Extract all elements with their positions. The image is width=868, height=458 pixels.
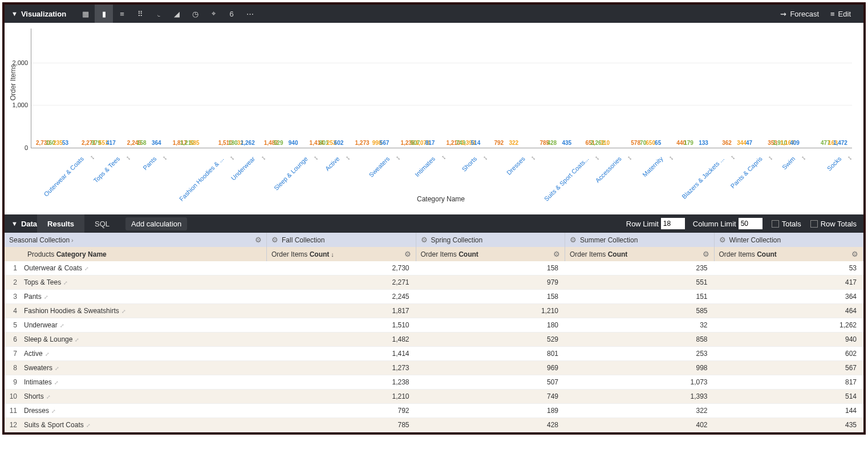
table-row[interactable]: 6Sleep & Lounge⤢1,482529858940 — [5, 333, 863, 347]
table-row[interactable]: 2Tops & Tees⤢2,271979551417 — [5, 275, 863, 290]
cell-value[interactable]: 158 — [416, 290, 566, 303]
tab-results[interactable]: Results — [37, 214, 84, 233]
cell-value[interactable]: 567 — [715, 361, 864, 375]
cell-value[interactable]: 364 — [715, 290, 864, 303]
timeline-chart-icon[interactable]: ◷ — [186, 5, 204, 23]
cell-value[interactable]: 435 — [715, 418, 864, 432]
cell-value[interactable]: 1,414 — [267, 347, 416, 360]
x-category-label[interactable]: Pants⤢ — [141, 155, 157, 171]
gear-icon[interactable]: ⚙ — [271, 236, 278, 244]
bar-chart-icon[interactable]: ≡ — [113, 5, 131, 23]
x-category-label[interactable]: Underwear⤢ — [230, 155, 257, 182]
forecast-button[interactable]: ⇝ Forecast — [774, 10, 825, 18]
table-row[interactable]: 5Underwear⤢1,510180321,262 — [5, 318, 863, 333]
cell-value[interactable]: 529 — [416, 333, 566, 346]
scatter-chart-icon[interactable]: ⠿ — [131, 5, 149, 23]
cell-value[interactable]: 158 — [416, 261, 566, 275]
gear-icon[interactable]: ⚙ — [719, 236, 726, 244]
x-category-label[interactable]: Active⤢ — [324, 155, 341, 172]
cell-value[interactable]: 969 — [416, 361, 566, 375]
gear-icon[interactable]: ⚙ — [404, 250, 411, 258]
cell-value[interactable]: 402 — [565, 418, 715, 432]
cell-value[interactable]: 322 — [565, 404, 715, 418]
cell-value[interactable]: 235 — [565, 261, 715, 275]
table-row[interactable]: 3Pants⤢2,245158151364 — [5, 290, 863, 304]
chevron-down-icon[interactable]: ▼ — [11, 220, 18, 227]
tab-sql[interactable]: SQL — [84, 214, 120, 233]
cell-value[interactable]: 979 — [416, 275, 566, 289]
column-chart-icon[interactable]: ▮ — [95, 5, 113, 23]
cell-value[interactable]: 144 — [715, 404, 864, 418]
row-category[interactable]: Intimates⤢ — [21, 375, 267, 389]
table-row[interactable]: 10Shorts⤢1,2107491,393514 — [5, 390, 863, 404]
add-calculation-button[interactable]: Add calculation — [125, 217, 187, 230]
cell-value[interactable]: 1,482 — [267, 333, 416, 346]
dimension-header[interactable]: Products Category Name — [5, 247, 267, 261]
x-category-label[interactable]: Intimates⤢ — [413, 155, 436, 178]
cell-value[interactable]: 1,817 — [267, 304, 416, 318]
row-category[interactable]: Sleep & Lounge⤢ — [21, 333, 267, 346]
row-category[interactable]: Pants⤢ — [21, 290, 267, 303]
table-row[interactable]: 11Dresses⤢792189322144 — [5, 404, 863, 418]
edit-button[interactable]: ≡ Edit — [825, 10, 857, 18]
cell-value[interactable]: 507 — [416, 375, 566, 389]
cell-value[interactable]: 785 — [267, 418, 416, 432]
x-category-label[interactable]: Pants & Capris⤢ — [729, 155, 764, 189]
column-limit-input[interactable] — [739, 218, 762, 229]
table-chart-icon[interactable]: ▦ — [76, 5, 95, 23]
cell-value[interactable]: 940 — [715, 333, 864, 346]
cell-value[interactable]: 428 — [416, 418, 566, 432]
cell-value[interactable]: 1,510 — [267, 318, 416, 332]
gear-icon[interactable]: ⚙ — [570, 236, 577, 244]
row-category[interactable]: Sweaters⤢ — [21, 361, 267, 375]
cell-value[interactable]: 189 — [416, 404, 566, 418]
x-category-label[interactable]: Shorts⤢ — [460, 155, 478, 173]
gear-icon[interactable]: ⚙ — [421, 236, 428, 244]
cell-value[interactable]: 801 — [416, 347, 566, 360]
table-row[interactable]: 9Intimates⤢1,2385071,073817 — [5, 375, 863, 390]
gear-icon[interactable]: ⚙ — [851, 250, 858, 258]
pivot-column-header[interactable]: ⚙Winter Collection — [715, 233, 864, 247]
cell-value[interactable]: 464 — [715, 304, 864, 318]
row-category[interactable]: Dresses⤢ — [21, 404, 267, 418]
area-chart-icon[interactable]: ◢ — [168, 5, 186, 23]
cell-value[interactable]: 749 — [416, 390, 566, 403]
totals-checkbox[interactable]: Totals — [772, 220, 801, 228]
cell-value[interactable]: 1,238 — [267, 375, 416, 389]
cell-value[interactable]: 253 — [565, 347, 715, 360]
cell-value[interactable]: 2,245 — [267, 290, 416, 303]
cell-value[interactable]: 1,273 — [267, 361, 416, 375]
cell-value[interactable]: 180 — [416, 318, 566, 332]
pivot-column-header[interactable]: ⚙Fall Collection — [267, 233, 416, 247]
line-chart-icon[interactable]: ⦦ — [149, 5, 168, 23]
row-category[interactable]: Active⤢ — [21, 347, 267, 360]
cell-value[interactable]: 792 — [267, 404, 416, 418]
cell-value[interactable]: 2,271 — [267, 275, 416, 289]
cell-value[interactable]: 1,393 — [565, 390, 715, 403]
x-category-label[interactable]: Maternity⤢ — [642, 155, 664, 178]
cell-value[interactable]: 1,262 — [715, 318, 864, 332]
cell-value[interactable]: 602 — [715, 347, 864, 360]
x-category-label[interactable]: Accessories⤢ — [594, 155, 623, 184]
row-category[interactable]: Outerwear & Coats⤢ — [21, 261, 267, 275]
table-row[interactable]: 8Sweaters⤢1,273969998567 — [5, 361, 863, 375]
table-row[interactable]: 4Fashion Hoodies & Sweatshirts⤢1,8171,21… — [5, 304, 863, 318]
x-category-label[interactable]: Socks⤢ — [826, 155, 843, 172]
cell-value[interactable]: 514 — [715, 390, 864, 403]
table-row[interactable]: 7Active⤢1,414801253602 — [5, 347, 863, 361]
map-chart-icon[interactable]: ⌖ — [204, 5, 222, 23]
table-row[interactable]: 12Suits & Sport Coats⤢785428402435 — [5, 418, 863, 432]
chevron-down-icon[interactable]: ▼ — [11, 10, 18, 17]
row-totals-checkbox[interactable]: Row Totals — [810, 220, 857, 228]
x-category-label[interactable]: Dresses⤢ — [505, 155, 526, 176]
single-value-chart-icon[interactable]: 6 — [222, 5, 241, 23]
cell-value[interactable]: 151 — [565, 290, 715, 303]
row-category[interactable]: Fashion Hoodies & Sweatshirts⤢ — [21, 304, 267, 318]
x-category-label[interactable]: Sleep & Lounge⤢ — [273, 155, 309, 192]
measure-column-header[interactable]: Order Items Count⚙ — [416, 247, 566, 261]
cell-value[interactable]: 32 — [565, 318, 715, 332]
row-category[interactable]: Suits & Sport Coats⤢ — [21, 418, 267, 432]
cell-value[interactable]: 417 — [715, 275, 864, 289]
measure-column-header[interactable]: Order Items Count⚙ — [565, 247, 715, 261]
pivot-label-cell[interactable]: Seasonal Collection› ⚙ — [5, 233, 267, 247]
